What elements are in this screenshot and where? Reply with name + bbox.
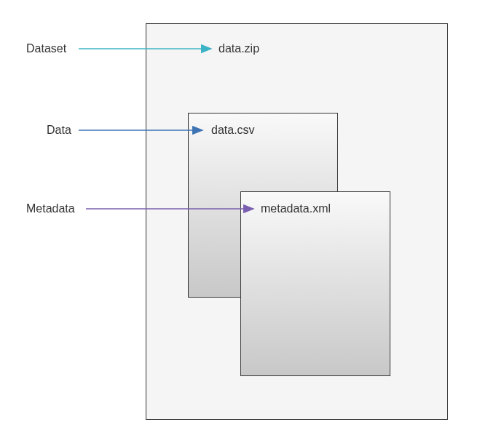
diagram-canvas: Dataset Data Metadata data.zip data.csv … [0, 0, 504, 446]
xml-filename: metadata.xml [261, 202, 331, 215]
metadata-file-box [240, 191, 390, 376]
dataset-label: Dataset [26, 42, 66, 55]
csv-filename: data.csv [211, 124, 255, 137]
zip-filename: data.zip [218, 42, 259, 55]
metadata-label: Metadata [26, 202, 75, 215]
data-label: Data [47, 124, 71, 137]
